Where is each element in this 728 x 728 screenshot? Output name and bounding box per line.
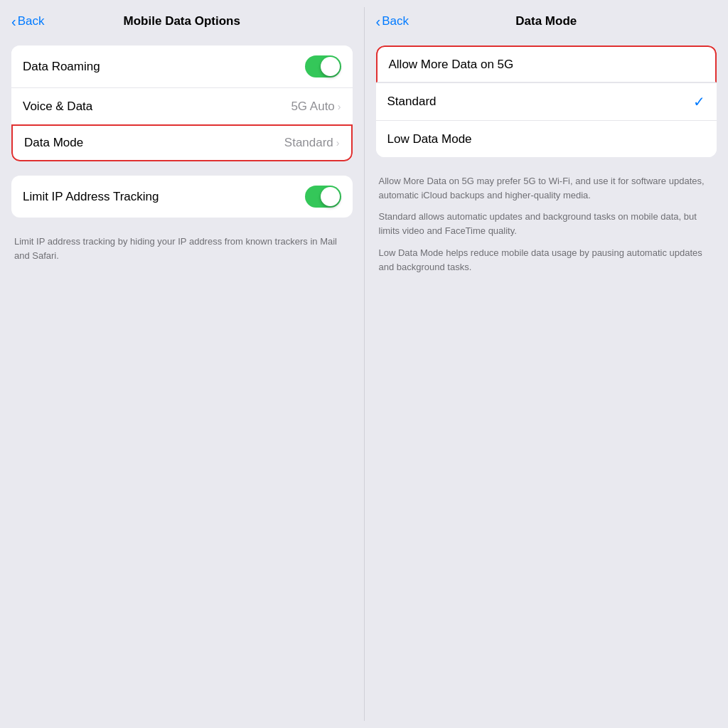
data-mode-options-group: Allow More Data on 5G Standard ✓ Low Dat… xyxy=(376,46,717,157)
data-mode-label: Data Mode xyxy=(24,136,83,150)
data-mode-row[interactable]: Data Mode Standard › xyxy=(11,124,353,161)
limit-ip-toggle[interactable] xyxy=(305,186,341,208)
allow-more-data-label: Allow More Data on 5G xyxy=(389,58,514,72)
left-panel-title: Mobile Data Options xyxy=(124,14,240,28)
low-data-mode-label: Low Data Mode xyxy=(387,132,472,146)
right-back-chevron-icon: ‹ xyxy=(376,14,381,28)
left-panel: ‹ Back Mobile Data Options Data Roaming … xyxy=(0,0,364,728)
standard-label: Standard xyxy=(387,95,437,109)
right-header: ‹ Back Data Mode xyxy=(376,14,717,28)
right-panel-title: Data Mode xyxy=(515,14,577,28)
limit-ip-toggle-knob xyxy=(321,187,340,206)
standard-checkmark-icon: ✓ xyxy=(693,93,705,110)
data-roaming-toggle-knob xyxy=(321,57,340,76)
low-data-mode-row[interactable]: Low Data Mode xyxy=(376,120,717,157)
voice-data-chevron-icon: › xyxy=(338,101,341,112)
data-mode-value: Standard › xyxy=(284,136,340,150)
data-mode-descriptions: Allow More Data on 5G may prefer 5G to W… xyxy=(376,168,717,280)
data-roaming-label: Data Roaming xyxy=(23,60,100,74)
data-roaming-row[interactable]: Data Roaming xyxy=(11,46,353,87)
data-mode-value-text: Standard xyxy=(284,136,333,150)
data-roaming-toggle[interactable] xyxy=(305,55,341,77)
limit-ip-row[interactable]: Limit IP Address Tracking xyxy=(11,176,353,218)
voice-data-value: 5G Auto › xyxy=(291,100,341,114)
low-data-description: Low Data Mode helps reduce mobile data u… xyxy=(379,246,714,274)
right-panel: ‹ Back Data Mode Allow More Data on 5G S… xyxy=(365,0,729,728)
standard-description: Standard allows automatic updates and ba… xyxy=(379,210,714,238)
left-header: ‹ Back Mobile Data Options xyxy=(11,14,353,28)
voice-data-row[interactable]: Voice & Data 5G Auto › xyxy=(11,87,353,124)
data-mode-chevron-icon: › xyxy=(336,137,340,149)
left-back-chevron-icon: ‹ xyxy=(11,14,16,28)
limit-ip-description: Limit IP address tracking by hiding your… xyxy=(11,232,353,262)
right-back-label: Back xyxy=(382,14,409,28)
left-back-button[interactable]: ‹ Back xyxy=(11,14,44,28)
voice-data-value-text: 5G Auto xyxy=(291,100,334,114)
standard-row[interactable]: Standard ✓ xyxy=(376,82,717,120)
right-back-button[interactable]: ‹ Back xyxy=(376,14,409,28)
limit-ip-label: Limit IP Address Tracking xyxy=(23,190,159,204)
voice-data-label: Voice & Data xyxy=(23,100,92,114)
left-back-label: Back xyxy=(18,14,45,28)
allow-more-data-row[interactable]: Allow More Data on 5G xyxy=(376,46,717,82)
allow-more-data-description: Allow More Data on 5G may prefer 5G to W… xyxy=(379,174,714,203)
left-group-1: Data Roaming Voice & Data 5G Auto › Data… xyxy=(11,46,353,161)
left-group-2: Limit IP Address Tracking xyxy=(11,176,353,218)
